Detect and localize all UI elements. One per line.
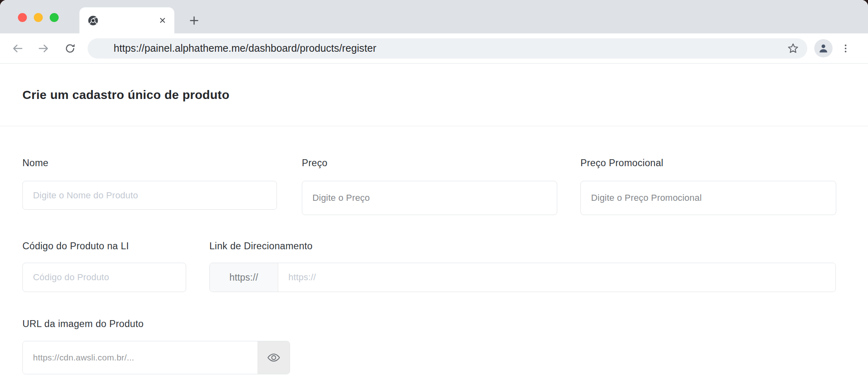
browser-tab[interactable] — [79, 7, 174, 33]
bookmark-button[interactable] — [787, 42, 799, 55]
form-row-1: Nome Preço Preço Promocional — [22, 157, 868, 215]
product-register-form: Nome Preço Preço Promocional Código do P… — [0, 157, 868, 374]
field-codigo-produto: Código do Produto na LI — [22, 240, 186, 292]
window-controls — [18, 13, 59, 22]
address-url: https://painel.alphatheme.me/dashboard/p… — [114, 42, 376, 54]
page-title: Crie um cadastro único de produto — [22, 88, 229, 102]
minimize-window-button[interactable] — [34, 13, 43, 22]
person-icon — [817, 42, 829, 54]
chrome-logo-icon — [88, 15, 99, 26]
field-nome: Nome — [22, 157, 277, 210]
codigo-produto-input[interactable] — [22, 263, 186, 292]
field-preco: Preço — [302, 157, 557, 215]
preview-image-button[interactable] — [257, 341, 290, 374]
page-header: Crie um cadastro único de produto — [0, 64, 868, 126]
url-imagem-group — [22, 341, 290, 374]
browser-topbar — [0, 0, 868, 33]
nome-input[interactable] — [22, 181, 277, 210]
preco-promocional-input[interactable] — [580, 181, 836, 215]
preco-promocional-label: Preço Promocional — [580, 157, 836, 169]
star-outline-icon — [787, 42, 799, 55]
back-button[interactable] — [11, 42, 24, 55]
close-window-button[interactable] — [18, 13, 27, 22]
form-row-2: Código do Produto na LI Link de Direcion… — [22, 240, 868, 292]
page-content: Crie um cadastro único de produto Nome P… — [0, 64, 868, 391]
field-preco-promocional: Preço Promocional — [580, 157, 836, 215]
kebab-vertical-icon — [840, 42, 851, 55]
browser-window: https://painel.alphatheme.me/dashboard/p… — [0, 0, 868, 391]
tab-close-icon[interactable] — [158, 16, 167, 25]
link-input-group: https:// — [209, 263, 836, 292]
reload-button[interactable] — [64, 42, 76, 55]
refresh-icon — [64, 43, 76, 54]
form-row-3: URL da imagem do Produto — [22, 318, 868, 374]
menu-button[interactable] — [840, 42, 851, 55]
url-imagem-label: URL da imagem do Produto — [22, 318, 290, 329]
field-link-direcionamento: Link de Direcionamento https:// — [209, 240, 836, 292]
preco-label: Preço — [302, 157, 557, 169]
profile-avatar-button[interactable] — [814, 39, 833, 57]
link-direcionamento-label: Link de Direcionamento — [209, 240, 836, 252]
nome-label: Nome — [22, 157, 277, 169]
zoom-window-button[interactable] — [50, 13, 59, 22]
field-url-imagem: URL da imagem do Produto — [22, 318, 290, 374]
address-bar[interactable]: https://painel.alphatheme.me/dashboard/p… — [88, 38, 807, 59]
url-imagem-input[interactable] — [23, 341, 257, 374]
arrow-right-icon — [37, 42, 50, 55]
eye-icon — [267, 351, 281, 365]
https-prefix: https:// — [210, 263, 278, 292]
arrow-left-icon — [11, 42, 24, 55]
forward-button[interactable] — [37, 42, 50, 55]
link-direcionamento-input[interactable] — [278, 263, 835, 292]
browser-navbar: https://painel.alphatheme.me/dashboard/p… — [0, 33, 868, 64]
preco-input[interactable] — [302, 181, 557, 215]
codigo-produto-label: Código do Produto na LI — [22, 240, 186, 252]
new-tab-button[interactable] — [187, 14, 200, 27]
